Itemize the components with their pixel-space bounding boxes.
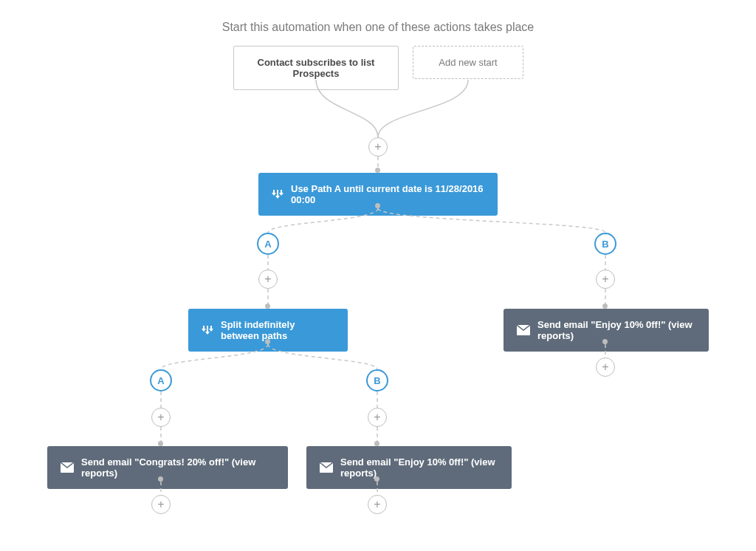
mail-icon bbox=[517, 325, 530, 335]
connector-dot bbox=[265, 304, 270, 309]
add-step-button[interactable]: + bbox=[258, 270, 278, 289]
split-date-label: Use Path A until current date is 11/28/2… bbox=[291, 183, 484, 205]
email-congrats-node[interactable]: Send email "Congrats! 20% off!" (view re… bbox=[47, 446, 288, 489]
add-step-button[interactable]: + bbox=[596, 270, 615, 289]
email-enjoy-right-label: Send email "Enjoy 10% 0ff!" (view report… bbox=[537, 319, 695, 341]
mail-icon bbox=[61, 462, 74, 473]
connector-dot bbox=[602, 304, 608, 309]
trigger-subscribe[interactable]: Contact subscribes to list Prospects bbox=[233, 46, 399, 90]
email-enjoy-right-node[interactable]: Send email "Enjoy 10% 0ff!" (view report… bbox=[504, 309, 709, 352]
connector-dot bbox=[374, 441, 379, 446]
add-step-button[interactable]: + bbox=[368, 495, 387, 514]
fork-icon bbox=[272, 188, 284, 200]
connector-dot bbox=[158, 441, 163, 446]
connector-dot bbox=[158, 476, 163, 482]
mail-icon bbox=[320, 462, 333, 473]
connector-dot bbox=[374, 476, 379, 482]
add-step-button[interactable]: + bbox=[368, 408, 387, 427]
add-step-button[interactable]: + bbox=[151, 408, 171, 427]
automation-header: Start this automation when one of these … bbox=[0, 21, 756, 34]
email-congrats-label: Send email "Congrats! 20% off!" (view re… bbox=[81, 456, 275, 479]
email-enjoy-left-node[interactable]: Send email "Enjoy 10% 0ff!" (view report… bbox=[306, 446, 512, 489]
connector-dot bbox=[265, 339, 270, 344]
path-a-badge: A bbox=[150, 369, 172, 391]
connector-dot bbox=[375, 203, 380, 208]
split-date-node[interactable]: Use Path A until current date is 11/28/2… bbox=[258, 173, 498, 216]
split-indef-node[interactable]: Split indefinitely between paths bbox=[188, 309, 348, 352]
add-new-start[interactable]: Add new start bbox=[413, 46, 523, 79]
add-step-button[interactable]: + bbox=[596, 357, 615, 377]
path-b-badge: B bbox=[594, 233, 616, 255]
split-indef-label: Split indefinitely between paths bbox=[221, 319, 334, 341]
add-step-button[interactable]: + bbox=[151, 495, 171, 514]
path-b-badge: B bbox=[366, 369, 388, 391]
email-enjoy-left-label: Send email "Enjoy 10% 0ff!" (view report… bbox=[340, 456, 498, 479]
add-step-button[interactable]: + bbox=[368, 137, 388, 157]
connector-dot bbox=[602, 339, 608, 344]
fork-icon bbox=[202, 324, 213, 336]
connector-dot bbox=[375, 168, 380, 173]
path-a-badge: A bbox=[257, 233, 279, 255]
